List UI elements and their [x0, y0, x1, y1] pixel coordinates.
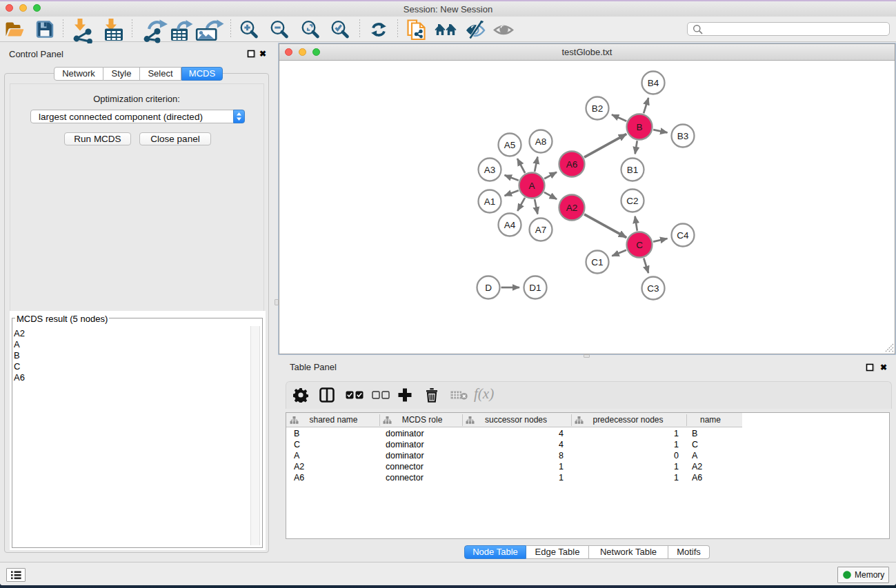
svg-text:C3: C3 [647, 283, 659, 294]
svg-text:C1: C1 [591, 257, 603, 267]
svg-text:D: D [485, 283, 492, 293]
svg-text:B: B [636, 122, 642, 132]
svg-text:A8: A8 [535, 136, 547, 147]
svg-text:C2: C2 [626, 196, 638, 206]
svg-text:A7: A7 [535, 225, 547, 235]
svg-text:C4: C4 [677, 230, 689, 241]
svg-text:A1: A1 [484, 196, 496, 207]
svg-text:B2: B2 [592, 103, 604, 114]
svg-text:D1: D1 [529, 283, 541, 293]
svg-text:B1: B1 [627, 165, 639, 175]
svg-text:A2: A2 [566, 203, 578, 213]
svg-text:B3: B3 [677, 131, 689, 141]
svg-text:A3: A3 [484, 165, 496, 175]
svg-text:C: C [636, 240, 643, 250]
svg-text:A6: A6 [566, 159, 578, 170]
svg-text:A5: A5 [504, 140, 516, 150]
svg-text:B4: B4 [648, 78, 659, 88]
svg-text:A: A [528, 181, 535, 191]
svg-text:A4: A4 [504, 220, 516, 230]
